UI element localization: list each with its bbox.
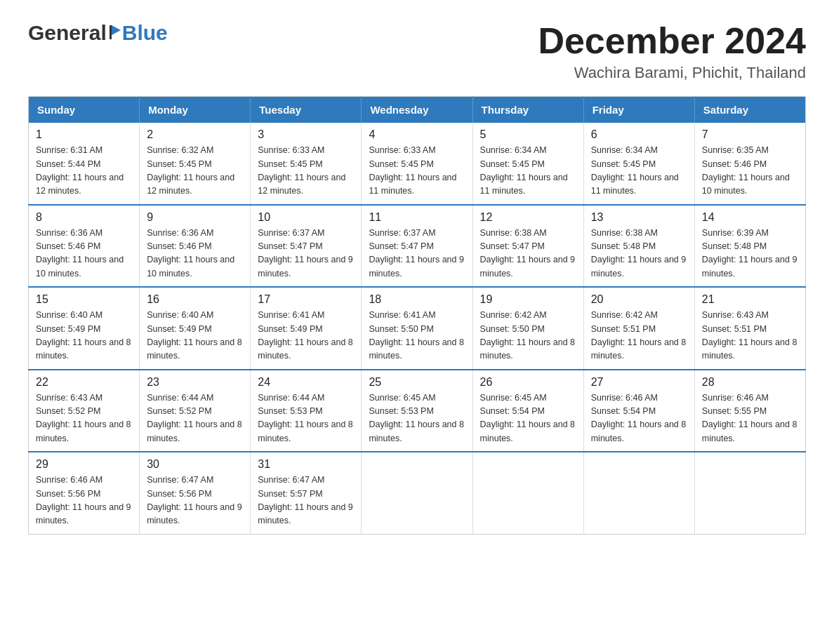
day-number: 26: [480, 376, 576, 389]
day-of-week-header: Monday: [140, 97, 251, 123]
day-number: 15: [36, 293, 132, 306]
day-info: Sunrise: 6:37 AM Sunset: 5:47 PM Dayligh…: [258, 227, 354, 281]
day-info: Sunrise: 6:40 AM Sunset: 5:49 PM Dayligh…: [36, 309, 132, 363]
calendar-day-cell: 26 Sunrise: 6:45 AM Sunset: 5:54 PM Dayl…: [472, 370, 583, 452]
calendar-day-cell: 3 Sunrise: 6:33 AM Sunset: 5:45 PM Dayli…: [251, 123, 362, 205]
day-number: 13: [591, 211, 687, 224]
day-number: 6: [591, 128, 687, 141]
day-number: 17: [258, 293, 354, 306]
calendar-table: SundayMondayTuesdayWednesdayThursdayFrid…: [28, 96, 806, 535]
day-info: Sunrise: 6:38 AM Sunset: 5:47 PM Dayligh…: [480, 227, 576, 281]
day-number: 11: [369, 211, 465, 224]
day-number: 3: [258, 128, 354, 141]
day-number: 7: [702, 128, 798, 141]
month-title: December 2024: [538, 21, 806, 61]
logo: General Blue: [28, 21, 168, 45]
calendar-day-cell: 30 Sunrise: 6:47 AM Sunset: 5:56 PM Dayl…: [140, 452, 251, 534]
day-number: 24: [258, 376, 354, 389]
calendar-day-cell: 18 Sunrise: 6:41 AM Sunset: 5:50 PM Dayl…: [362, 287, 472, 370]
calendar-day-cell: 27 Sunrise: 6:46 AM Sunset: 5:54 PM Dayl…: [583, 370, 694, 452]
day-number: 20: [591, 293, 687, 306]
calendar-day-cell: 17 Sunrise: 6:41 AM Sunset: 5:49 PM Dayl…: [251, 287, 362, 370]
day-info: Sunrise: 6:34 AM Sunset: 5:45 PM Dayligh…: [591, 144, 687, 199]
calendar-day-cell: 24 Sunrise: 6:44 AM Sunset: 5:53 PM Dayl…: [251, 370, 362, 452]
day-number: 8: [36, 211, 132, 224]
calendar-week-row: 22 Sunrise: 6:43 AM Sunset: 5:52 PM Dayl…: [29, 370, 806, 452]
day-info: Sunrise: 6:35 AM Sunset: 5:46 PM Dayligh…: [702, 144, 798, 199]
day-of-week-header: Tuesday: [251, 97, 362, 123]
day-info: Sunrise: 6:47 AM Sunset: 5:56 PM Dayligh…: [147, 474, 243, 528]
day-info: Sunrise: 6:45 AM Sunset: 5:53 PM Dayligh…: [369, 391, 465, 446]
svg-rect-0: [110, 25, 112, 39]
page-header: General Blue December 2024 Wachira Baram…: [28, 21, 806, 82]
day-number: 14: [702, 211, 798, 224]
calendar-day-cell: 19 Sunrise: 6:42 AM Sunset: 5:50 PM Dayl…: [472, 287, 583, 370]
day-number: 16: [147, 293, 243, 306]
logo-blue-text: Blue: [122, 21, 168, 45]
day-of-week-header: Thursday: [472, 97, 583, 123]
calendar-day-cell: 22 Sunrise: 6:43 AM Sunset: 5:52 PM Dayl…: [29, 370, 140, 452]
day-of-week-header: Wednesday: [362, 97, 472, 123]
day-number: 4: [369, 128, 465, 141]
day-info: Sunrise: 6:41 AM Sunset: 5:49 PM Dayligh…: [258, 309, 354, 363]
day-info: Sunrise: 6:46 AM Sunset: 5:56 PM Dayligh…: [36, 474, 132, 528]
calendar-day-cell: [362, 452, 472, 534]
day-info: Sunrise: 6:46 AM Sunset: 5:54 PM Dayligh…: [591, 391, 687, 446]
day-info: Sunrise: 6:44 AM Sunset: 5:52 PM Dayligh…: [147, 391, 243, 446]
calendar-day-cell: 28 Sunrise: 6:46 AM Sunset: 5:55 PM Dayl…: [694, 370, 805, 452]
day-of-week-header: Saturday: [694, 97, 805, 123]
day-info: Sunrise: 6:42 AM Sunset: 5:51 PM Dayligh…: [591, 309, 687, 363]
calendar-day-cell: 5 Sunrise: 6:34 AM Sunset: 5:45 PM Dayli…: [472, 123, 583, 205]
day-number: 23: [147, 376, 243, 389]
calendar-day-cell: 7 Sunrise: 6:35 AM Sunset: 5:46 PM Dayli…: [694, 123, 805, 205]
calendar-week-row: 8 Sunrise: 6:36 AM Sunset: 5:46 PM Dayli…: [29, 205, 806, 288]
day-number: 12: [480, 211, 576, 224]
day-number: 31: [258, 458, 354, 471]
calendar-day-cell: 11 Sunrise: 6:37 AM Sunset: 5:47 PM Dayl…: [362, 205, 472, 288]
calendar-day-cell: 14 Sunrise: 6:39 AM Sunset: 5:48 PM Dayl…: [694, 205, 805, 288]
calendar-day-cell: 16 Sunrise: 6:40 AM Sunset: 5:49 PM Dayl…: [140, 287, 251, 370]
day-info: Sunrise: 6:33 AM Sunset: 5:45 PM Dayligh…: [369, 144, 465, 199]
calendar-day-cell: 21 Sunrise: 6:43 AM Sunset: 5:51 PM Dayl…: [694, 287, 805, 370]
calendar-day-cell: 23 Sunrise: 6:44 AM Sunset: 5:52 PM Dayl…: [140, 370, 251, 452]
calendar-day-cell: 1 Sunrise: 6:31 AM Sunset: 5:44 PM Dayli…: [29, 123, 140, 205]
calendar-day-cell: 13 Sunrise: 6:38 AM Sunset: 5:48 PM Dayl…: [583, 205, 694, 288]
day-info: Sunrise: 6:34 AM Sunset: 5:45 PM Dayligh…: [480, 144, 576, 199]
calendar-header-row: SundayMondayTuesdayWednesdayThursdayFrid…: [29, 97, 806, 123]
calendar-day-cell: 4 Sunrise: 6:33 AM Sunset: 5:45 PM Dayli…: [362, 123, 472, 205]
day-info: Sunrise: 6:33 AM Sunset: 5:45 PM Dayligh…: [258, 144, 354, 199]
day-number: 22: [36, 376, 132, 389]
calendar-day-cell: [583, 452, 694, 534]
calendar-week-row: 29 Sunrise: 6:46 AM Sunset: 5:56 PM Dayl…: [29, 452, 806, 534]
day-info: Sunrise: 6:45 AM Sunset: 5:54 PM Dayligh…: [480, 391, 576, 446]
day-number: 18: [369, 293, 465, 306]
calendar-day-cell: 6 Sunrise: 6:34 AM Sunset: 5:45 PM Dayli…: [583, 123, 694, 205]
calendar-week-row: 15 Sunrise: 6:40 AM Sunset: 5:49 PM Dayl…: [29, 287, 806, 370]
calendar-day-cell: 12 Sunrise: 6:38 AM Sunset: 5:47 PM Dayl…: [472, 205, 583, 288]
day-info: Sunrise: 6:47 AM Sunset: 5:57 PM Dayligh…: [258, 474, 354, 528]
day-info: Sunrise: 6:32 AM Sunset: 5:45 PM Dayligh…: [147, 144, 243, 199]
calendar-day-cell: 9 Sunrise: 6:36 AM Sunset: 5:46 PM Dayli…: [140, 205, 251, 288]
day-info: Sunrise: 6:43 AM Sunset: 5:52 PM Dayligh…: [36, 391, 132, 446]
calendar-week-row: 1 Sunrise: 6:31 AM Sunset: 5:44 PM Dayli…: [29, 123, 806, 205]
calendar-day-cell: 20 Sunrise: 6:42 AM Sunset: 5:51 PM Dayl…: [583, 287, 694, 370]
calendar-day-cell: 29 Sunrise: 6:46 AM Sunset: 5:56 PM Dayl…: [29, 452, 140, 534]
day-info: Sunrise: 6:38 AM Sunset: 5:48 PM Dayligh…: [591, 227, 687, 281]
day-of-week-header: Friday: [583, 97, 694, 123]
calendar-title-area: December 2024 Wachira Barami, Phichit, T…: [538, 21, 806, 82]
svg-marker-1: [112, 25, 121, 35]
day-info: Sunrise: 6:39 AM Sunset: 5:48 PM Dayligh…: [702, 227, 798, 281]
calendar-day-cell: 31 Sunrise: 6:47 AM Sunset: 5:57 PM Dayl…: [251, 452, 362, 534]
day-number: 5: [480, 128, 576, 141]
calendar-day-cell: 8 Sunrise: 6:36 AM Sunset: 5:46 PM Dayli…: [29, 205, 140, 288]
day-number: 25: [369, 376, 465, 389]
logo-flag-icon: [108, 24, 121, 42]
location-subtitle: Wachira Barami, Phichit, Thailand: [538, 64, 806, 82]
calendar-day-cell: 15 Sunrise: 6:40 AM Sunset: 5:49 PM Dayl…: [29, 287, 140, 370]
calendar-day-cell: [694, 452, 805, 534]
day-info: Sunrise: 6:36 AM Sunset: 5:46 PM Dayligh…: [147, 227, 243, 281]
calendar-day-cell: 2 Sunrise: 6:32 AM Sunset: 5:45 PM Dayli…: [140, 123, 251, 205]
day-info: Sunrise: 6:46 AM Sunset: 5:55 PM Dayligh…: [702, 391, 798, 446]
day-info: Sunrise: 6:44 AM Sunset: 5:53 PM Dayligh…: [258, 391, 354, 446]
day-number: 27: [591, 376, 687, 389]
